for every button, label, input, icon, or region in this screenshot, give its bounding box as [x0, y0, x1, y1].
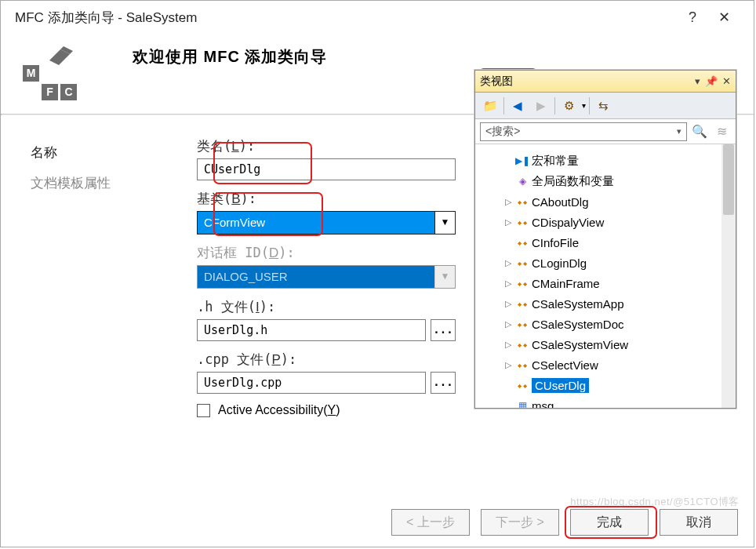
wizard-form: 类名(L): CUserDlg 基类(B): CFormView ▼ 对话框 I…: [189, 115, 463, 492]
help-button[interactable]: ?: [677, 9, 708, 26]
search-icon[interactable]: 🔍: [690, 124, 709, 139]
prev-button: < 上一步: [391, 509, 470, 536]
tree-item[interactable]: ▷⬥⬥CSaleSystemDoc: [478, 314, 732, 334]
settings-icon[interactable]: ⚙: [558, 96, 579, 116]
watermark: https://blog.csdn.net/@51CTO博客: [570, 495, 740, 509]
title-bar: MFC 添加类向导 - SaleSystem ? ✕: [1, 1, 754, 34]
tree-item[interactable]: ▷⬥⬥CDispalyView: [478, 212, 732, 232]
wizard-welcome-title: 欢迎使用 MFC 添加类向导: [133, 46, 327, 67]
hfile-browse-button[interactable]: ...: [431, 319, 456, 341]
pin-icon[interactable]: 📌: [705, 75, 718, 87]
window-title: MFC 添加类向导 - SaleSystem: [15, 9, 197, 27]
class-view-search-row: <搜索> ▾ 🔍 ≋: [475, 119, 736, 144]
cppfile-label: .cpp 文件(P):: [197, 351, 456, 369]
class-view-title: 类视图: [480, 75, 513, 89]
tree-item[interactable]: ▷⬥⬥CSaleSystemApp: [478, 293, 732, 314]
tree-item[interactable]: ▦msg: [478, 395, 732, 408]
next-button: 下一步 >: [481, 509, 559, 536]
new-folder-icon[interactable]: 📁: [480, 96, 500, 116]
tree-item[interactable]: ▶❚宏和常量: [478, 151, 732, 171]
sidebar-item-doc-template[interactable]: 文档模板属性: [31, 174, 189, 192]
close-button[interactable]: ✕: [708, 9, 740, 26]
chevron-down-icon[interactable]: ▼: [434, 212, 455, 234]
sidebar-item-name[interactable]: 名称: [31, 144, 189, 162]
forward-icon: ▶: [531, 96, 551, 116]
tree-item[interactable]: ▷⬥⬥CSaleSystemView: [478, 334, 732, 354]
wizard-footer: < 上一步 下一步 > 完成 取消: [391, 509, 738, 536]
class-view-toolbar: 📁 ◀ ▶ ⚙▾ ⇆: [475, 93, 736, 119]
accessibility-label: Active Accessibility(Y): [218, 403, 340, 417]
class-tree[interactable]: ▶❚宏和常量◈全局函数和变量▷⬥⬥CAboutDlg▷⬥⬥CDispalyVie…: [475, 144, 736, 408]
cppfile-browse-button[interactable]: ...: [431, 372, 456, 394]
classname-input[interactable]: CUserDlg: [197, 158, 456, 180]
tree-item[interactable]: ▷⬥⬥CSelectView: [478, 354, 732, 375]
panel-close-icon[interactable]: ✕: [722, 75, 731, 87]
finish-button[interactable]: 完成: [570, 509, 649, 536]
classname-label: 类名(L):: [197, 137, 456, 155]
hfile-input[interactable]: UserDlg.h: [197, 319, 426, 341]
class-view-search-input[interactable]: <搜索> ▾: [480, 122, 687, 141]
tree-item[interactable]: ▷⬥⬥CLoginDlg: [478, 253, 732, 273]
dialogid-label: 对话框 ID(D):: [197, 244, 456, 262]
tree-scrollbar[interactable]: [721, 144, 736, 408]
panel-dropdown-icon[interactable]: ▾: [695, 75, 700, 87]
baseclass-dropdown[interactable]: CFormView ▼: [197, 211, 456, 235]
cancel-button[interactable]: 取消: [660, 509, 738, 536]
tree-item[interactable]: ⬥⬥CUserDlg: [478, 375, 732, 395]
class-view-panel: 类视图 ▾ 📌 ✕ 📁 ◀ ▶ ⚙▾ ⇆ <搜索> ▾ 🔍 ≋: [474, 70, 736, 409]
tree-item[interactable]: ⬥⬥CInfoFile: [478, 232, 732, 253]
cppfile-input[interactable]: UserDlg.cpp: [197, 372, 426, 394]
tree-item[interactable]: ▷⬥⬥CAboutDlg: [478, 191, 732, 212]
tree-item[interactable]: ▷⬥⬥CMainFrame: [478, 273, 732, 293]
dialogid-dropdown: DIALOG_USER ▼: [197, 265, 456, 289]
filter-icon: ≋: [712, 124, 731, 139]
mfc-logo: M F C: [23, 42, 85, 104]
back-icon[interactable]: ◀: [507, 96, 528, 116]
hfile-label: .h 文件(I):: [197, 298, 456, 316]
chevron-down-icon: ▼: [434, 266, 455, 288]
tree-item[interactable]: ◈全局函数和变量: [478, 171, 732, 191]
class-view-titlebar[interactable]: 类视图 ▾ 📌 ✕: [475, 71, 736, 93]
baseclass-label: 基类(B):: [197, 190, 456, 208]
wizard-sidebar: 名称 文档模板属性: [1, 115, 189, 492]
accessibility-checkbox[interactable]: [197, 404, 210, 417]
view-icon[interactable]: ⇆: [593, 96, 613, 116]
